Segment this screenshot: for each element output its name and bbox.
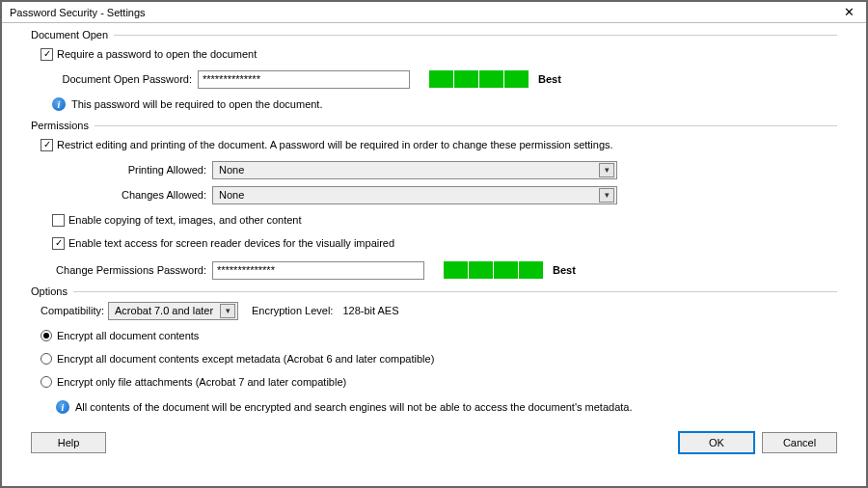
enable-copying-checkbox[interactable] — [52, 214, 65, 227]
ok-button[interactable]: OK — [679, 432, 754, 453]
button-bar: Help OK Cancel — [2, 426, 866, 459]
password-strength-meter — [429, 70, 529, 88]
group-permissions: Permissions Restrict editing and printin… — [31, 120, 837, 280]
group-header-document-open: Document Open — [31, 29, 837, 41]
encrypt-attachments-label: Encrypt only file attachments (Acrobat 7… — [57, 376, 346, 388]
divider — [73, 291, 837, 292]
password-strength-label: Best — [538, 73, 561, 85]
doc-open-password-input[interactable] — [198, 70, 410, 89]
select-value: Acrobat 7.0 and later — [115, 305, 213, 316]
meter-segment — [519, 261, 543, 279]
meter-segment — [494, 261, 518, 279]
compatibility-label: Compatibility: — [41, 305, 104, 316]
group-document-open: Document Open Require a password to open… — [31, 29, 837, 114]
meter-segment — [444, 261, 468, 279]
encrypt-all-label: Encrypt all document contents — [57, 330, 199, 341]
printing-allowed-label: Printing Allowed: — [52, 164, 206, 176]
window-title: Password Security - Settings — [10, 7, 146, 18]
info-icon: i — [52, 97, 66, 111]
options-info: All contents of the document will be enc… — [75, 401, 633, 413]
require-password-checkbox[interactable] — [41, 48, 53, 61]
password-strength-meter — [444, 261, 543, 279]
printing-allowed-select[interactable]: None ▾ — [212, 161, 617, 179]
chevron-down-icon: ▾ — [599, 163, 614, 177]
require-password-label: Require a password to open the document — [57, 48, 257, 60]
password-strength-label: Best — [553, 264, 576, 276]
close-icon[interactable]: ✕ — [837, 5, 860, 19]
group-header-options: Options — [31, 285, 837, 297]
enable-copying-label: Enable copying of text, images, and othe… — [68, 214, 302, 226]
meter-segment — [469, 261, 493, 279]
enable-text-access-label: Enable text access for screen reader dev… — [68, 237, 394, 249]
group-title: Document Open — [31, 29, 108, 41]
encryption-level-value: 128-bit AES — [342, 305, 398, 316]
restrict-editing-label: Restrict editing and printing of the doc… — [57, 139, 613, 150]
doc-open-info: This password will be required to open t… — [71, 98, 322, 110]
titlebar: Password Security - Settings ✕ — [2, 2, 866, 23]
meter-segment — [429, 70, 453, 88]
encrypt-except-metadata-radio[interactable] — [41, 353, 52, 365]
group-title: Options — [31, 285, 68, 297]
encrypt-all-radio[interactable] — [41, 330, 52, 341]
divider — [95, 125, 837, 126]
change-permissions-password-label: Change Permissions Password: — [52, 264, 206, 276]
chevron-down-icon: ▾ — [220, 304, 235, 318]
enable-text-access-checkbox[interactable] — [52, 237, 65, 250]
encrypt-except-metadata-label: Encrypt all document contents except met… — [57, 353, 434, 365]
encrypt-attachments-radio[interactable] — [41, 376, 52, 388]
select-value: None — [219, 164, 244, 176]
compatibility-select[interactable]: Acrobat 7.0 and later ▾ — [108, 302, 238, 320]
group-options: Options Compatibility: Acrobat 7.0 and l… — [31, 285, 837, 417]
meter-segment — [479, 70, 503, 88]
select-value: None — [219, 189, 244, 201]
group-title: Permissions — [31, 120, 89, 131]
divider — [114, 35, 837, 36]
group-header-permissions: Permissions — [31, 120, 837, 131]
help-button[interactable]: Help — [31, 432, 106, 453]
change-permissions-password-input[interactable] — [212, 261, 424, 280]
restrict-editing-checkbox[interactable] — [41, 139, 53, 151]
changes-allowed-label: Changes Allowed: — [52, 189, 206, 201]
doc-open-password-label: Document Open Password: — [52, 73, 192, 85]
cancel-button[interactable]: Cancel — [762, 432, 837, 453]
meter-segment — [454, 70, 478, 88]
encryption-level-label: Encryption Level: — [252, 305, 333, 316]
info-icon: i — [56, 400, 69, 414]
chevron-down-icon: ▾ — [599, 188, 614, 203]
meter-segment — [504, 70, 529, 88]
changes-allowed-select[interactable]: None ▾ — [212, 186, 617, 204]
